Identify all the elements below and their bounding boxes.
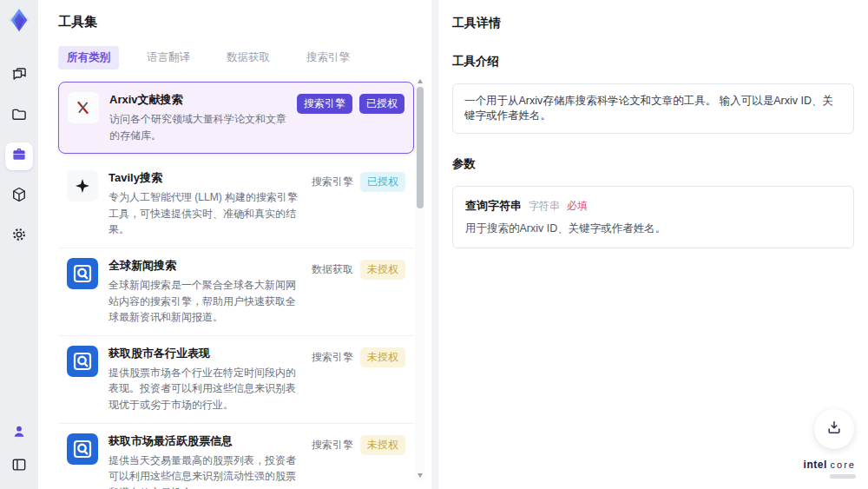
chat-icon [10,66,28,87]
auth-badge: 已授权 [359,94,404,114]
auth-badge: 未授权 [360,435,405,455]
category-label: 数据获取 [312,262,353,277]
tool-description: 全球新闻搜索是一个聚合全球各大新闻网站内容的搜索引擎，帮助用户快速获取全球最新资… [108,277,301,326]
tool-name: 获取股市各行业表现 [108,346,301,361]
tab-language-translation[interactable]: 语言翻译 [138,46,199,69]
download-button[interactable] [814,409,854,449]
arxiv-logo-icon [68,92,99,123]
category-badge: 搜索引擎 [297,94,352,114]
panel-toggle-icon [10,456,28,477]
sidebar-item-settings[interactable] [5,222,33,250]
param-name: 查询字符串 [465,198,522,214]
folder-icon [10,106,28,127]
category-label: 搜索引擎 [312,350,353,365]
category-tabs: 所有类别 语言翻译 数据获取 搜索引擎 [58,46,431,69]
tool-description: 专为人工智能代理 (LLM) 构建的搜索引擎工具，可快速提供实时、准确和真实的结… [108,189,301,238]
intel-core-logo: intel core [804,456,856,479]
cube-icon [10,186,28,207]
intro-heading: 工具介绍 [452,54,854,69]
sidebar-rail [0,0,38,489]
tool-description: 提供当天交易量最高的股票列表，投资者可以利用这些信息来识别流动性强的股票和潜在的… [108,453,301,489]
detail-title: 工具详情 [452,16,854,31]
tool-card-global-news[interactable]: 全球新闻搜索 全球新闻搜索是一个聚合全球各大新闻网站内容的搜索引擎，帮助用户快速… [58,248,414,336]
scroll-down-arrow-icon[interactable] [418,473,423,478]
tool-list: Arxiv文献搜索 访问各个研究领域大量科学论文和文章的存储库。 搜索引擎 已授… [58,82,414,489]
param-description: 用于搜索的Arxiv ID、关键字或作者姓名。 [465,221,841,236]
intro-box: 一个用于从Arxiv存储库搜索科学论文和文章的工具。 输入可以是Arxiv ID… [452,83,854,134]
sidebar-item-account[interactable] [5,420,33,447]
app-window: 工具集 所有类别 语言翻译 数据获取 搜索引擎 Arxiv文献搜索 访问各个研究… [0,0,868,489]
tool-list-scrollbar[interactable] [415,76,424,480]
tab-data-fetch[interactable]: 数据获取 [218,46,279,69]
sidebar-item-tools[interactable] [5,142,33,170]
category-label: 搜索引擎 [312,438,353,453]
panel-divider [431,0,438,489]
news-search-icon [67,433,98,465]
tool-description: 提供股票市场各个行业在特定时间段内的表现。投资者可以利用这些信息来识别表现优于或… [108,365,301,413]
param-required-flag: 必填 [567,199,588,214]
core-brand-text: core [831,459,856,470]
param-item: 查询字符串 字符串 必填 用于搜索的Arxiv ID、关键字或作者姓名。 [452,186,854,248]
sidebar-item-chat[interactable] [5,63,33,90]
scroll-up-arrow-icon[interactable] [418,79,423,83]
tab-all-categories[interactable]: 所有类别 [58,46,119,69]
params-heading: 参数 [452,156,854,172]
auth-badge: 已授权 [360,172,405,192]
page-title: 工具集 [58,14,431,30]
news-search-icon [67,258,98,289]
user-icon [10,423,28,444]
tool-name: 全球新闻搜索 [108,258,301,274]
tool-card-arxiv[interactable]: Arxiv文献搜索 访问各个研究领域大量科学论文和文章的存储库。 搜索引擎 已授… [58,82,414,154]
toolbox-icon [10,146,28,167]
tool-card-tavily[interactable]: Tavily搜索 专为人工智能代理 (LLM) 构建的搜索引擎工具，可快速提供实… [58,161,414,248]
tool-card-active-stocks[interactable]: 获取市场最活跃股票信息 提供当天交易量最高的股票列表，投资者可以利用这些信息来识… [58,424,414,489]
tool-name: 获取市场最活跃股票信息 [108,433,301,449]
auth-badge: 未授权 [360,347,405,367]
tab-search-engine[interactable]: 搜索引擎 [298,46,358,69]
tool-card-stock-sectors[interactable]: 获取股市各行业表现 提供股票市场各个行业在特定时间段内的表现。投资者可以利用这些… [58,336,414,424]
news-search-icon [67,346,98,377]
sidebar-item-files[interactable] [5,102,33,130]
tool-detail-panel: 工具详情 工具介绍 一个用于从Arxiv存储库搜索科学论文和文章的工具。 输入可… [438,0,868,489]
tool-list-panel: 工具集 所有类别 语言翻译 数据获取 搜索引擎 Arxiv文献搜索 访问各个研究… [38,0,431,489]
category-label: 搜索引擎 [312,175,353,189]
sidebar-item-packages[interactable] [5,182,33,210]
auth-badge: 未授权 [360,260,405,280]
scrollbar-thumb[interactable] [417,87,424,208]
tool-name: Tavily搜索 [108,170,301,186]
sidebar-item-collapse[interactable] [5,453,33,480]
intel-brand-text: intel [804,459,827,471]
intel-core-subtext [830,474,856,479]
tool-name: Arxiv文献搜索 [109,92,286,108]
app-logo[interactable] [6,7,32,33]
gear-icon [10,226,28,247]
download-icon [825,419,843,439]
tool-description: 访问各个研究领域大量科学论文和文章的存储库。 [109,111,286,143]
tavily-star-icon [67,170,98,202]
param-type: 字符串 [529,199,560,214]
